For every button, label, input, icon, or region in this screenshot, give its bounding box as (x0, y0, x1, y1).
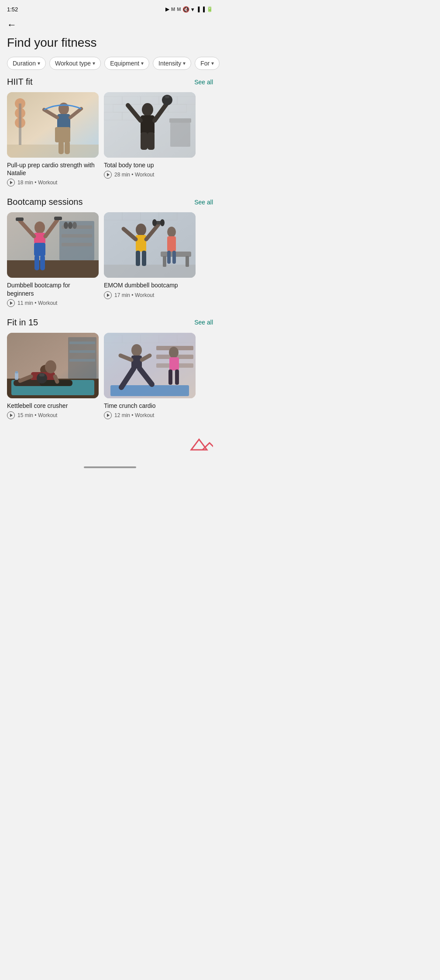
play-triangle (107, 414, 110, 417)
svg-rect-81 (69, 342, 95, 344)
play-triangle (107, 173, 110, 176)
filter-equipment-label: Equipment (110, 60, 139, 67)
play-icon-kettlebell (7, 411, 15, 419)
svg-point-76 (160, 219, 165, 226)
back-arrow-icon: ← (7, 19, 17, 30)
svg-rect-40 (62, 234, 92, 238)
svg-rect-52 (16, 217, 24, 221)
fit-in-15-see-all[interactable]: See all (194, 319, 213, 326)
fit-in-15-title: Fit in 15 (7, 317, 38, 328)
brand-logo (0, 430, 220, 456)
bootcamp-section: Bootcamp sessions See all (0, 197, 220, 307)
svg-point-68 (136, 224, 146, 236)
svg-rect-108 (168, 369, 172, 385)
svg-rect-31 (148, 132, 155, 150)
card-dumbbell-meta-text: 11 min • Workout (17, 300, 57, 306)
card-dumbbell-meta: 11 min • Workout (7, 299, 99, 307)
chevron-down-icon: ▾ (93, 60, 95, 66)
svg-rect-82 (69, 350, 95, 353)
play-icon (7, 179, 15, 186)
filter-chip-duration[interactable]: Duration ▾ (7, 57, 46, 70)
home-bar (0, 463, 220, 473)
signal2-icon: ▐ (201, 7, 205, 12)
svg-rect-46 (34, 233, 45, 244)
card-kettlebell-core[interactable]: Kettlebell core crusher 15 min • Workout (7, 333, 99, 419)
svg-rect-66 (167, 251, 171, 264)
filters-row: Duration ▾ Workout type ▾ Equipment ▾ In… (0, 57, 220, 77)
svg-rect-11 (58, 141, 64, 154)
chevron-down-icon: ▾ (183, 60, 186, 66)
bootcamp-title: Bootcamp sessions (7, 197, 82, 207)
svg-point-44 (72, 222, 77, 229)
card-pullup-meta: 18 min • Workout (7, 179, 99, 186)
chevron-down-icon: ▾ (211, 60, 214, 66)
card-pullup-meta-text: 18 min • Workout (17, 179, 57, 186)
total-body-figure (104, 92, 196, 158)
card-dumbbell-bootcamp[interactable]: Dumbbell bootcamp for beginners 11 min •… (7, 212, 99, 307)
svg-rect-12 (65, 141, 70, 154)
svg-rect-67 (172, 251, 176, 264)
card-kettlebell-meta-text: 15 min • Workout (17, 412, 57, 418)
svg-rect-1 (7, 145, 99, 158)
svg-rect-69 (136, 235, 146, 252)
svg-rect-107 (169, 357, 179, 370)
pullup-figure (7, 92, 99, 158)
filter-chip-intensity[interactable]: Intensity ▾ (153, 57, 191, 70)
filter-chip-workout-type[interactable]: Workout type ▾ (49, 57, 101, 70)
hiit-fit-cards: Pull-up prep cardio strength with Natali… (0, 92, 220, 186)
filter-duration-label: Duration (13, 60, 36, 67)
svg-rect-47 (34, 243, 45, 256)
card-dumbbell-title: Dumbbell bootcamp for beginners (7, 281, 99, 297)
svg-rect-62 (163, 256, 166, 267)
card-time-crunch-title: Time crunch cardio (104, 402, 196, 410)
card-emom-title: EMOM dumbbell bootcamp (104, 281, 196, 289)
card-emom-meta: 17 min • Workout (104, 291, 196, 299)
card-emom[interactable]: EMOM dumbbell bootcamp 17 min • Workout (104, 212, 196, 307)
card-pullup-prep[interactable]: Pull-up prep cardio strength with Natali… (7, 92, 99, 186)
card-kettlebell-meta: 15 min • Workout (7, 411, 99, 419)
svg-point-86 (45, 360, 56, 373)
svg-point-110 (131, 344, 142, 356)
svg-point-45 (34, 221, 45, 234)
card-total-body[interactable]: Total body tone up 28 min • Workout (104, 92, 196, 186)
card-time-crunch[interactable]: Time crunch cardio 12 min • Workout (104, 333, 196, 419)
svg-rect-53 (54, 217, 62, 220)
svg-rect-49 (40, 255, 45, 270)
svg-rect-29 (141, 115, 155, 135)
card-kettlebell-title: Kettlebell core crusher (7, 402, 99, 410)
svg-rect-27 (170, 123, 190, 147)
svg-rect-5 (19, 104, 21, 145)
hiit-fit-see-all[interactable]: See all (194, 79, 213, 86)
svg-rect-83 (69, 359, 95, 362)
fit-in-15-cards: Kettlebell core crusher 15 min • Workout (0, 333, 220, 419)
play-icon-total (104, 171, 112, 179)
emom-figure (104, 212, 196, 278)
gmail-icon: M (171, 7, 175, 12)
card-image-total-body (104, 92, 196, 158)
time-crunch-figure (104, 333, 196, 398)
play-triangle (107, 293, 110, 297)
hiit-fit-header: HIIT fit See all (0, 77, 220, 92)
card-image-time-crunch (104, 333, 196, 398)
status-bar: 1:52 ▶ M M 🔇 ▾ ▐ ▐ 🔋 (0, 0, 220, 16)
wifi-icon: ▾ (191, 6, 194, 13)
dumbbell-figure (7, 212, 99, 278)
bootcamp-see-all[interactable]: See all (194, 199, 213, 206)
page-title: Find your fitness (0, 32, 220, 57)
card-time-crunch-meta-text: 12 min • Workout (114, 412, 154, 418)
gmail2-icon: M (177, 7, 181, 12)
svg-rect-30 (141, 132, 148, 150)
card-total-body-title: Total body tone up (104, 161, 196, 169)
svg-rect-70 (136, 251, 140, 266)
card-time-crunch-meta: 12 min • Workout (104, 411, 196, 419)
card-total-body-meta: 28 min • Workout (104, 171, 196, 179)
brand-logo-icon (187, 437, 213, 452)
play-icon-emom (104, 291, 112, 299)
back-button[interactable]: ← (0, 16, 24, 32)
play-triangle (10, 301, 13, 305)
hiit-fit-title: HIIT fit (7, 77, 33, 87)
svg-rect-41 (62, 243, 92, 246)
filter-chip-equipment[interactable]: Equipment ▾ (104, 57, 149, 70)
filter-chip-for[interactable]: For ▾ (195, 57, 220, 70)
filter-workout-type-label: Workout type (55, 60, 91, 67)
